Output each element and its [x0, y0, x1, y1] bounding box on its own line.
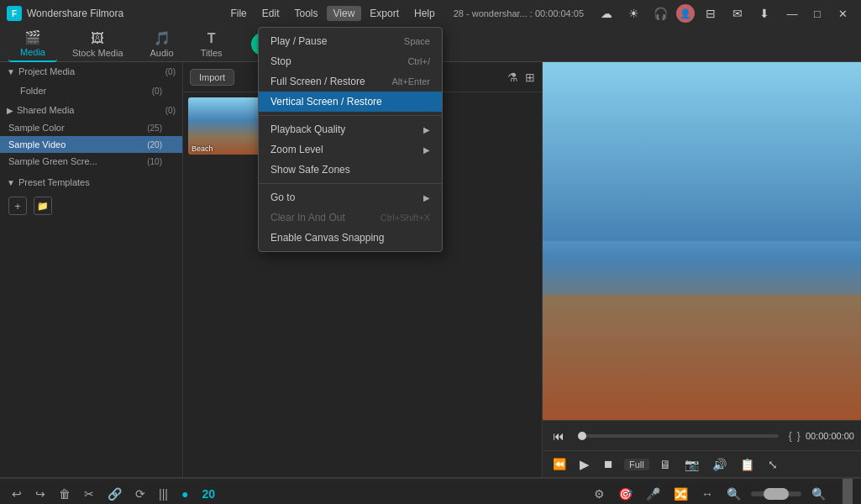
- mail-icon[interactable]: ✉: [727, 4, 748, 23]
- canvas-snapping-label: Enable Canvas Snapping: [270, 232, 384, 244]
- folder-item[interactable]: Folder (0): [0, 82, 182, 99]
- menu-vertical-screen[interactable]: Vertical Screen / Restore: [259, 92, 442, 112]
- cut-button[interactable]: ✂: [81, 486, 97, 502]
- open-brace: {: [789, 430, 792, 442]
- menu-play-pause[interactable]: Play / Pause Space: [259, 31, 442, 51]
- fit-icon[interactable]: ↔: [698, 486, 717, 502]
- play-btn[interactable]: ▶: [576, 455, 593, 474]
- menu-tools[interactable]: Tools: [287, 6, 324, 21]
- close-button[interactable]: ✕: [831, 4, 854, 23]
- monitor-icon[interactable]: 🖥: [656, 456, 675, 473]
- delete-button[interactable]: 🗑: [55, 486, 74, 502]
- transition-icon[interactable]: 🔀: [670, 486, 691, 502]
- view-menu: Play / Pause Space Stop Ctrl+/ Full Scre…: [258, 27, 443, 252]
- menu-help[interactable]: Help: [407, 6, 442, 21]
- menu-stop[interactable]: Stop Ctrl+/: [259, 51, 442, 71]
- avatar-icon[interactable]: 👤: [676, 4, 695, 23]
- mic-icon[interactable]: 🎤: [643, 486, 664, 502]
- sample-video-item[interactable]: Sample Video (20): [0, 136, 182, 153]
- maximize-button[interactable]: □: [806, 4, 829, 23]
- progress-handle[interactable]: [578, 432, 586, 440]
- bookmark-icon[interactable]: ⊟: [700, 4, 722, 23]
- record-button[interactable]: ●: [178, 486, 192, 502]
- project-media-section: ▼ Project Media (0) Folder (0): [0, 62, 182, 101]
- shared-media-count: (0): [165, 106, 176, 115]
- menu-edit[interactable]: Edit: [255, 6, 286, 21]
- shared-media-header[interactable]: ▶ Shared Media (0): [0, 101, 182, 119]
- copy-icon[interactable]: 📋: [737, 456, 758, 473]
- zoom-out-icon[interactable]: 🔍: [723, 486, 744, 502]
- download-icon[interactable]: ⬇: [753, 4, 775, 23]
- preset-actions: + 📁: [0, 192, 182, 220]
- add-preset-button[interactable]: +: [8, 197, 27, 215]
- zoom-in-icon[interactable]: 🔍: [808, 486, 829, 502]
- menu-bar: File Edit Tools View Export Help: [223, 6, 441, 21]
- menu-canvas-snapping[interactable]: Enable Canvas Snapping: [259, 228, 442, 248]
- sample-video-label: Sample Video: [8, 139, 66, 150]
- sample-green-count: (10): [147, 157, 162, 166]
- settings-icon[interactable]: ⚙: [591, 486, 608, 502]
- shared-media-label: Shared Media: [17, 105, 75, 115]
- tab-media-label: Media: [20, 47, 45, 57]
- beach-thumb-label: Beach: [192, 144, 213, 153]
- audio-stretch-button[interactable]: ⟳: [132, 486, 149, 502]
- timeline-right-handle: [843, 479, 853, 505]
- undo-button[interactable]: ↩: [8, 486, 25, 502]
- menu-go-to[interactable]: Go to ▶: [259, 187, 442, 207]
- sample-green-item[interactable]: Sample Green Scre... (10): [0, 153, 182, 170]
- grid-view-icon[interactable]: ⊞: [525, 71, 535, 84]
- menu-file[interactable]: File: [223, 6, 253, 21]
- filter-icon[interactable]: ⚗: [507, 71, 518, 84]
- sample-green-section: Sample Green Scre... (10): [0, 153, 182, 170]
- tab-titles[interactable]: T Titles: [189, 28, 234, 61]
- sample-video-count: (20): [147, 140, 162, 150]
- menu-export[interactable]: Export: [363, 6, 406, 21]
- headset-icon[interactable]: 🎧: [649, 4, 671, 23]
- close-brace: }: [797, 430, 801, 442]
- menu-fullscreen[interactable]: Full Screen / Restore Alt+Enter: [259, 71, 442, 92]
- media-tab-icon: 🎬: [24, 29, 41, 45]
- menu-zoom-level[interactable]: Zoom Level ▶: [259, 139, 442, 160]
- folder-preset-button[interactable]: 📁: [34, 197, 52, 215]
- prev-frame-button[interactable]: ⏮: [549, 428, 568, 444]
- preview-area: ⏮ { } 00:00:00:00 ⏪ ▶ ⏹ Full 🖥 📷 🔊 📋 ⤡: [542, 62, 861, 477]
- zoom-slider[interactable]: [751, 491, 801, 496]
- import-button[interactable]: Import: [190, 69, 234, 86]
- sample-video-section: Sample Video (20): [0, 136, 182, 153]
- prev-btn[interactable]: ⏪: [549, 456, 570, 472]
- menu-view[interactable]: View: [327, 6, 362, 21]
- quality-button[interactable]: Full: [624, 459, 649, 470]
- link-button[interactable]: 🔗: [104, 486, 125, 502]
- audio-tab-icon: 🎵: [154, 30, 171, 46]
- cloud-icon[interactable]: ☁: [596, 4, 617, 23]
- progress-bar[interactable]: [578, 434, 779, 438]
- menu-safe-zones[interactable]: Show Safe Zones: [259, 160, 442, 180]
- time-display: 00:00:00:00: [806, 431, 854, 441]
- stop-btn[interactable]: ⏹: [600, 456, 617, 472]
- preview-video: [543, 62, 861, 420]
- folder-label: Folder: [20, 86, 46, 96]
- tab-media[interactable]: 🎬 Media: [8, 26, 57, 62]
- project-media-header[interactable]: ▼ Project Media (0): [0, 62, 182, 81]
- timeline-toolbar: ↩ ↪ 🗑 ✂ 🔗 ⟳ ||| ● 20 ⚙ 🎯 🎤 🔀 ↔ 🔍 🔍: [0, 479, 861, 504]
- menu-playback-quality[interactable]: Playback Quality ▶: [259, 119, 442, 139]
- sun-icon[interactable]: ☀: [622, 4, 644, 23]
- tab-audio[interactable]: 🎵 Audio: [139, 27, 186, 61]
- project-media-arrow: ▼: [7, 67, 15, 76]
- preset-templates-header[interactable]: ▼ Preset Templates: [0, 173, 182, 192]
- minimize-button[interactable]: —: [780, 4, 804, 23]
- expand-icon[interactable]: ⤡: [764, 456, 781, 473]
- redo-button[interactable]: ↪: [32, 486, 49, 502]
- audio-icon[interactable]: 🔊: [709, 456, 730, 473]
- win-controls: — □ ✕: [780, 4, 854, 23]
- safe-zones-label: Show Safe Zones: [270, 164, 350, 176]
- speed-button[interactable]: 20: [198, 486, 218, 502]
- marker-icon[interactable]: 🎯: [615, 486, 636, 502]
- project-media-label: Project Media: [18, 66, 75, 76]
- sample-color-count: (25): [147, 123, 162, 133]
- split-button[interactable]: |||: [155, 486, 171, 502]
- screenshot-icon[interactable]: 📷: [681, 456, 702, 473]
- tab-stock-media[interactable]: 🖼 Stock Media: [60, 28, 135, 61]
- tab-stock-label: Stock Media: [72, 48, 123, 58]
- sample-color-item[interactable]: Sample Color (25): [0, 119, 182, 136]
